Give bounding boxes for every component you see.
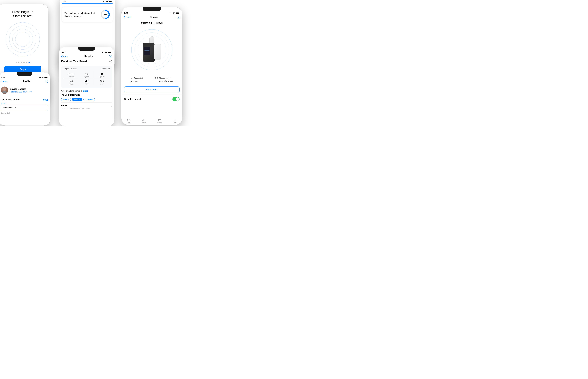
pef-value: 991 <box>84 80 89 83</box>
profile-page-title: Profile <box>23 80 30 83</box>
share-icon[interactable] <box>109 60 112 63</box>
cycles-value: 10 <box>85 73 88 76</box>
nav-learn-label-p5: Learn <box>174 122 177 123</box>
save-button[interactable]: Save <box>43 99 48 101</box>
info-icon-device[interactable]: i <box>177 16 180 19</box>
dob-label: Date of Birth <box>0 112 50 114</box>
quarterly-button[interactable]: Quarterly <box>83 98 95 101</box>
nav-learn-p5[interactable]: Learn <box>174 118 177 123</box>
svg-rect-34 <box>45 77 47 78</box>
name-field-label: Name <box>1 102 48 104</box>
svg-rect-41 <box>131 78 132 79</box>
fcv-label: FCV <box>100 83 104 85</box>
svg-point-37 <box>2 91 7 94</box>
nav-results-p5[interactable]: Results <box>142 118 146 123</box>
quality-label: Quality <box>100 76 104 78</box>
back-label-device: Back <box>126 16 131 18</box>
breathing-quality: Great! <box>82 90 88 92</box>
svg-point-28 <box>111 60 112 61</box>
period-selector: Weekly Monthly Quarterly <box>61 98 112 101</box>
monthly-button[interactable]: Monthly <box>72 98 82 101</box>
device-name: Shvas GJX350 <box>121 20 182 25</box>
svg-line-32 <box>110 62 111 62</box>
results-header: Back Results i <box>59 54 114 59</box>
nav-home-p5[interactable]: Home <box>127 118 130 123</box>
fcv-value: 5.3 <box>100 80 104 83</box>
sound-feedback-row: Sound Feedback <box>121 95 182 103</box>
metrics-row-2: 3.8 FEV1 991 PEF 5.3 FCV <box>64 79 110 86</box>
sound-feedback-label: Sound Feedback <box>124 98 141 100</box>
device-info-row: Connected 75% Change mouthpiece after 5 … <box>121 75 182 84</box>
progress-donut: 75% <box>100 10 110 19</box>
begin-button[interactable]: Begin <box>4 66 41 73</box>
previous-result-title: Previous Test Result <box>61 60 88 63</box>
cycles-label: Cycles <box>84 76 89 78</box>
result-card: August 12, 2022 07:00 PM 01:15 Duration … <box>61 66 112 88</box>
svg-rect-42 <box>143 120 143 121</box>
fev1-row[interactable]: FEV1 Your FEV1 has increased by 20 point… <box>61 102 112 111</box>
nav-schedule-p5[interactable]: Schedule <box>157 118 162 123</box>
change-mouthpiece-label: Change mouthpiece after 5 tests <box>159 77 174 82</box>
svg-rect-11 <box>109 1 111 2</box>
quality-value: B <box>101 73 103 76</box>
name-input[interactable] <box>1 105 48 110</box>
breathing-power-text: Your breathing power is Great! <box>61 90 112 92</box>
svg-rect-44 <box>144 119 145 121</box>
status-time-p5: 9:41 <box>124 12 128 14</box>
back-button-results[interactable]: Back <box>61 55 68 58</box>
svg-point-29 <box>110 61 110 62</box>
page-dots <box>16 62 30 63</box>
svg-line-31 <box>110 61 111 61</box>
fev1-chevron: › <box>111 106 112 108</box>
svg-rect-27 <box>111 52 111 53</box>
progress-description: You've almost reached a perfect day of s… <box>65 12 98 17</box>
phone-results-screen: 9:41 Back Results i Previous Test Result <box>59 47 114 126</box>
svg-rect-40 <box>179 13 180 13</box>
device-page-title: Device <box>150 16 158 19</box>
result-date: August 12, 2022 <box>64 68 77 70</box>
connected-status: Connected 75% <box>130 77 143 83</box>
connected-icon <box>130 77 133 79</box>
connected-label: Connected <box>134 77 143 79</box>
change-mouthpiece-info: Change mouthpiece after 5 tests <box>155 77 174 83</box>
nav-schedule-label-p5: Schedule <box>157 122 162 123</box>
phone-profile-screen: 9:41 Back Profile i <box>0 72 50 126</box>
breathing-prefix: Your breathing power is <box>61 90 82 92</box>
svg-point-36 <box>3 88 6 91</box>
personal-details-section: Personal Details Save <box>0 96 50 102</box>
progress-percent: 75% <box>103 14 107 16</box>
phone-device-screen: 9:41 Back Device i Shvas GJX350 <box>121 7 182 125</box>
svg-point-30 <box>111 62 112 63</box>
back-label-results: Back <box>63 55 68 58</box>
back-label-profile: Back <box>3 80 8 83</box>
battery-info: 75% <box>130 80 143 83</box>
back-button-profile[interactable]: Back <box>1 80 8 83</box>
info-icon-profile[interactable]: i <box>45 80 48 83</box>
fev1-row-title: FEV1 <box>61 104 90 107</box>
disconnect-button[interactable]: Disconnect <box>124 86 180 93</box>
fev1-label: FEV1 <box>69 83 73 85</box>
svg-rect-12 <box>112 1 112 2</box>
personal-details-title: Personal Details <box>1 98 20 101</box>
breath-circle <box>4 21 41 58</box>
device-image-area <box>121 26 182 73</box>
back-button-device[interactable]: Back <box>124 16 131 18</box>
weekly-button[interactable]: Weekly <box>61 98 71 101</box>
begin-title: Press Begin To Start The Test <box>12 10 33 18</box>
fev1-row-subtitle: Your FEV1 has increased by 20 points <box>61 107 90 109</box>
status-time-p4: 9:41 <box>1 77 5 79</box>
fev1-value: 3.8 <box>69 80 73 83</box>
results-page-title: Results <box>84 55 93 58</box>
progress-card: You've almost reached a perfect day of s… <box>62 7 113 22</box>
avatar <box>1 87 8 94</box>
battery-percent: 75% <box>134 80 138 83</box>
patient-id: Patient ID: 308-3967-7738 <box>10 91 32 93</box>
profile-user-row: Savita Dsouza Patient ID: 308-3967-7738 <box>0 84 50 96</box>
svg-rect-39 <box>176 13 179 14</box>
bottom-nav-bar-device: Home Results <box>121 117 182 125</box>
info-icon-results[interactable]: i <box>109 55 112 58</box>
name-field-group: Name <box>0 102 50 112</box>
sound-feedback-toggle[interactable] <box>172 97 180 101</box>
metrics-row-1: 01:15 Duration 10 Cycles B Quality <box>64 71 110 79</box>
status-time-p3: 9:41 <box>62 51 65 53</box>
